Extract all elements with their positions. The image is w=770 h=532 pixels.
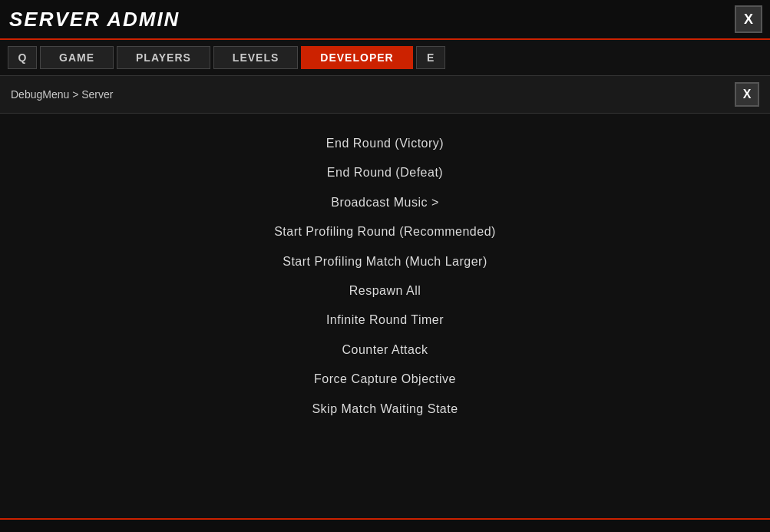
tab-game[interactable]: GAME <box>40 46 114 69</box>
tab-developer[interactable]: DEVELOPER <box>301 46 412 69</box>
breadcrumb-close-button[interactable]: X <box>735 82 759 107</box>
header: SERVER ADMIN X <box>0 0 770 40</box>
menu-item-broadcast-music[interactable]: Broadcast Music > <box>193 188 577 217</box>
menu-item-skip-match-waiting[interactable]: Skip Match Waiting State <box>193 395 577 424</box>
tab-levels[interactable]: LEVELS <box>213 46 298 69</box>
menu-item-end-round-victory[interactable]: End Round (Victory) <box>193 129 577 158</box>
app-title: SERVER ADMIN <box>9 8 180 31</box>
footer <box>0 518 770 532</box>
menu-item-force-capture-objective[interactable]: Force Capture Objective <box>193 365 577 394</box>
app: SERVER ADMIN X Q GAME PLAYERS LEVELS DEV… <box>0 0 770 532</box>
breadcrumb-bar: DebugMenu > Server X <box>0 76 770 114</box>
main-content: End Round (Victory)End Round (Defeat)Bro… <box>0 114 770 518</box>
tab-players[interactable]: PLAYERS <box>117 46 210 69</box>
header-close-button[interactable]: X <box>735 5 762 33</box>
menu-item-respawn-all[interactable]: Respawn All <box>193 276 577 306</box>
nav-e-button[interactable]: E <box>416 46 445 69</box>
menu-item-counter-attack[interactable]: Counter Attack <box>193 335 577 365</box>
nav-q-button[interactable]: Q <box>8 46 37 69</box>
menu-item-end-round-defeat[interactable]: End Round (Defeat) <box>193 158 577 187</box>
menu-item-infinite-round-timer[interactable]: Infinite Round Timer <box>193 306 577 335</box>
menu-item-start-profiling-round[interactable]: Start Profiling Round (Recommended) <box>193 217 577 246</box>
breadcrumb: DebugMenu > Server <box>11 88 113 101</box>
menu-item-start-profiling-match[interactable]: Start Profiling Match (Much Larger) <box>193 247 577 276</box>
nav-bar: Q GAME PLAYERS LEVELS DEVELOPER E <box>0 40 770 76</box>
